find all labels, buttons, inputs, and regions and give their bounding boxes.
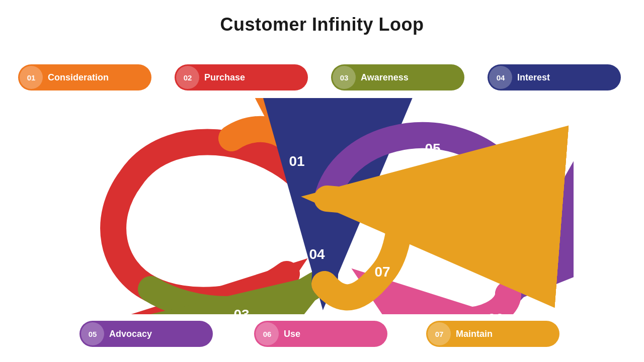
arrow-num-04: 04 [309,246,325,262]
num-06: 06 [256,322,279,345]
num-04: 04 [489,66,512,89]
num-03: 03 [333,66,356,89]
label-text-02: Purchase [204,72,245,83]
arrow-num-06: 06 [488,311,503,314]
num-07: 07 [428,322,451,345]
num-02: 02 [176,66,199,89]
label-text-04: Interest [517,72,550,83]
infinity-diagram: 01 02 03 04 05 06 07 [70,98,574,314]
arrow-num-03: 03 [233,307,249,314]
label-text-07: Maintain [456,329,493,339]
arrow-num-01: 01 [289,153,304,169]
label-text-03: Awareness [361,72,409,83]
label-text-05: Advocacy [109,329,152,339]
label-purchase: 02 Purchase [175,64,308,90]
label-awareness: 03 Awareness [331,64,464,90]
num-01: 01 [20,66,43,89]
label-interest: 04 Interest [488,64,621,90]
label-maintain: 07 Maintain [426,321,559,347]
page-title: Customer Infinity Loop [0,0,644,35]
label-advocacy: 05 Advocacy [79,321,213,347]
arrow-num-02: 02 [133,241,148,257]
arrow-num-07: 07 [374,264,390,280]
arrow-num-05: 05 [425,141,440,156]
label-text-06: Use [284,329,300,339]
label-consideration: 01 Consideration [18,64,151,90]
label-text-01: Consideration [48,72,109,83]
num-05: 05 [81,322,104,345]
label-use: 06 Use [254,321,387,347]
